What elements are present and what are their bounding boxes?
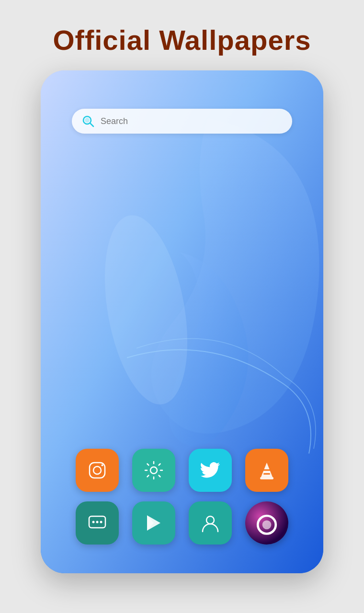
search-icon — [81, 114, 95, 128]
svg-point-16 — [100, 521, 102, 523]
svg-rect-12 — [263, 473, 270, 475]
search-input[interactable] — [101, 116, 283, 126]
svg-point-3 — [85, 118, 90, 123]
svg-rect-10 — [260, 477, 273, 479]
svg-point-8 — [150, 467, 157, 474]
google-play-icon[interactable] — [132, 501, 175, 545]
svg-point-19 — [262, 520, 272, 529]
svg-point-15 — [96, 521, 99, 523]
svg-point-6 — [93, 466, 101, 474]
camera-icon[interactable] — [245, 501, 288, 545]
search-bar[interactable] — [72, 109, 292, 134]
twitter-icon[interactable] — [189, 449, 232, 492]
svg-rect-11 — [262, 469, 271, 471]
instagram-icon[interactable] — [76, 449, 119, 492]
svg-point-14 — [92, 521, 95, 523]
vlc-icon[interactable] — [245, 449, 288, 492]
page-title: Official Wallpapers — [53, 24, 311, 56]
phone-mockup — [41, 70, 323, 573]
app-icons-row-1 — [76, 449, 288, 492]
svg-point-17 — [206, 516, 214, 524]
messages-icon[interactable] — [76, 501, 119, 545]
app-icons-area — [41, 449, 323, 545]
settings-icon[interactable] — [132, 449, 175, 492]
svg-line-4 — [90, 123, 93, 126]
app-icons-row-2 — [76, 501, 288, 545]
svg-point-7 — [102, 465, 103, 466]
contacts-icon[interactable] — [189, 501, 232, 545]
